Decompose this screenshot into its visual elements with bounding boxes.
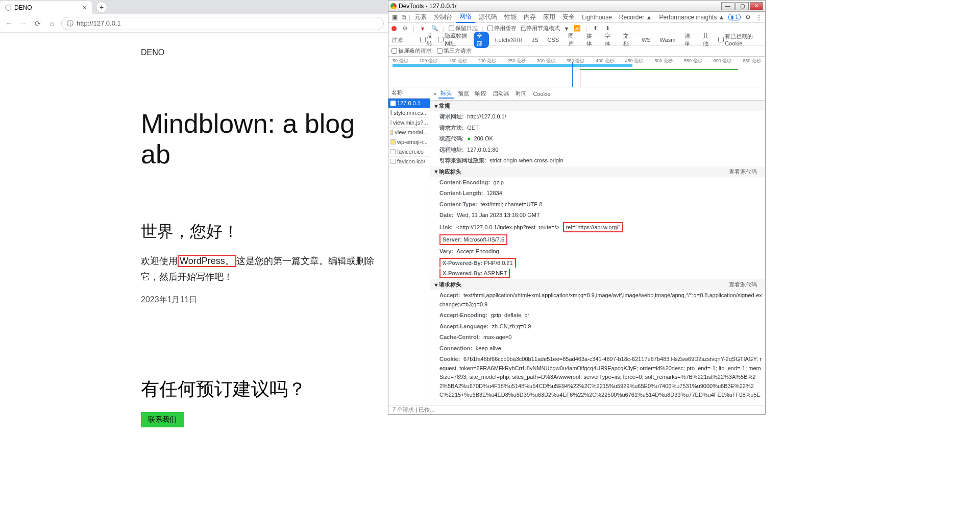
info-icon: ⓘ xyxy=(67,19,74,28)
gear-icon[interactable]: ⚙ xyxy=(744,13,752,21)
request-item[interactable]: wp-emoji-r... xyxy=(388,137,430,147)
third-party-check[interactable]: 第三方请求 xyxy=(437,47,472,55)
tab-security[interactable]: 安全 xyxy=(559,12,578,22)
js-icon xyxy=(390,130,393,135)
devtools-title: DevTools - 127.0.0.1/ xyxy=(399,3,456,10)
kv-row: Date: Wed, 11 Jan 2023 13:16:00 GMT xyxy=(430,210,765,221)
request-item[interactable]: 127.0.0.1 xyxy=(388,99,430,108)
suggestion-title: 有任何预订建议吗？ xyxy=(141,377,388,402)
request-item[interactable]: view.min.js?... xyxy=(388,118,430,128)
view-source-link[interactable]: 查看源代码 xyxy=(729,168,762,176)
browser-tab[interactable]: DENO × xyxy=(0,1,92,14)
dtab-timing[interactable]: 时间 xyxy=(513,89,529,98)
js-icon xyxy=(390,120,391,125)
type-img[interactable]: 图片 xyxy=(565,32,580,48)
blocked-req-check[interactable]: 被屏蔽的请求 xyxy=(391,47,432,55)
kv-row: Server: Microsoft-IIS/7.5 xyxy=(430,233,765,246)
filter-input[interactable] xyxy=(391,37,417,43)
type-font[interactable]: 字体 xyxy=(602,32,617,48)
post-date: 2023年1月11日 xyxy=(141,295,388,305)
request-item[interactable]: favicon.ico xyxy=(388,147,430,157)
disable-cache-check[interactable]: 停用缓存 xyxy=(487,25,517,32)
type-css[interactable]: CSS xyxy=(545,36,562,43)
type-media[interactable]: 媒体 xyxy=(583,32,599,48)
url-text: http://127.0.0.1 xyxy=(77,19,121,27)
type-doc[interactable]: 文档 xyxy=(620,32,635,48)
tab-application[interactable]: 应用 xyxy=(540,12,558,22)
tab-recorder[interactable]: Recorder ▲ xyxy=(616,13,655,22)
tab-perf-insights[interactable]: Performance insights ▲ xyxy=(656,13,727,22)
more-icon[interactable]: ⋮ xyxy=(755,13,763,21)
filter-icon[interactable]: ▼ xyxy=(419,25,427,33)
type-other[interactable]: 其他 xyxy=(700,32,715,48)
tab-console[interactable]: 控制台 xyxy=(431,12,455,22)
tab-lighthouse[interactable]: Lighthouse xyxy=(579,13,615,22)
network-timeline[interactable]: 50 毫秒 100 毫秒 150 毫秒 200 毫秒 250 毫秒 300 毫秒… xyxy=(388,57,765,87)
tab-sources[interactable]: 源代码 xyxy=(476,12,500,22)
close-detail-icon[interactable]: × xyxy=(433,91,436,97)
address-bar: ← → ⟳ ⌂ ⓘ http://127.0.0.1 xyxy=(0,14,388,33)
maximize-button[interactable]: ▢ xyxy=(736,2,749,10)
site-favicon xyxy=(5,5,11,11)
type-manifest[interactable]: 清单 xyxy=(681,32,697,48)
back-icon[interactable]: ← xyxy=(4,18,14,29)
type-ws[interactable]: WS xyxy=(639,36,654,43)
hide-data-check[interactable]: 隐藏数据网址 xyxy=(438,32,471,47)
home-icon[interactable]: ⌂ xyxy=(47,18,57,29)
dtab-cookies[interactable]: Cookie xyxy=(531,90,552,98)
tab-elements[interactable]: 元素 xyxy=(411,12,430,22)
inspect-icon[interactable]: ▣ xyxy=(390,13,399,21)
kv-row: Link: <http://127.0.0.1/index.php?rest_r… xyxy=(430,221,765,234)
kv-row: 请求网址: http://127.0.0.1/ xyxy=(430,111,765,123)
blocked-cookie-check[interactable]: 有已拦截的 Cookie xyxy=(718,33,762,46)
tab-bar: DENO × + xyxy=(0,0,388,14)
kv-row: 远程地址: 127.0.0.1:80 xyxy=(430,144,765,156)
clear-icon[interactable]: ⊘ xyxy=(401,25,409,33)
section-request-headers[interactable]: ▼ 请求标头查看源代码 xyxy=(430,279,765,290)
close-button[interactable]: ✕ xyxy=(750,2,763,10)
dtab-initiator[interactable]: 启动器 xyxy=(491,89,511,98)
type-all[interactable]: 全部 xyxy=(474,32,489,48)
close-icon[interactable]: × xyxy=(83,4,87,12)
throttle-select[interactable]: 已停用节流模式 xyxy=(521,25,560,32)
page-content: DENO Mindblown: a blog ab 世界，您好！ 欢迎使用Wor… xyxy=(0,33,388,427)
kv-row: Content-Type: text/html; charset=UTF-8 xyxy=(430,199,765,210)
dtab-response[interactable]: 响应 xyxy=(473,89,488,98)
tab-performance[interactable]: 性能 xyxy=(501,12,520,22)
preserve-log-check[interactable]: 保留日志 xyxy=(449,25,478,32)
view-source-link[interactable]: 查看源代码 xyxy=(729,281,762,288)
site-name[interactable]: DENO xyxy=(141,48,388,57)
devtools-tabs: ▣ ⧉ | 元素 控制台 网络 源代码 性能 内存 应用 安全 Lighthou… xyxy=(388,12,765,23)
kv-row: Accept: text/html,application/xhtml+xml,… xyxy=(430,290,765,310)
type-wasm[interactable]: Wasm xyxy=(657,36,679,43)
invert-check[interactable]: 反转 xyxy=(420,32,435,47)
js-icon xyxy=(390,139,396,144)
post-text: 欢迎使用WordPress。这是您的第一篇文章。编辑或删除它，然后开始写作吧！ xyxy=(141,253,388,284)
tab-memory[interactable]: 内存 xyxy=(521,12,539,22)
device-icon[interactable]: ⧉ xyxy=(400,13,408,21)
dtab-preview[interactable]: 预览 xyxy=(456,89,471,98)
dtab-headers[interactable]: 标头 xyxy=(438,89,454,99)
kv-row: 引荐来源网址政策: strict-origin-when-cross-origi… xyxy=(430,155,765,166)
section-response-headers[interactable]: ▼ 响应标头查看源代码 xyxy=(430,166,765,177)
devtools-window: DevTools - 127.0.0.1/ — ▢ ✕ ▣ ⧉ | 元素 控制台… xyxy=(388,0,766,415)
type-js[interactable]: JS xyxy=(529,36,542,43)
request-item[interactable]: view-modal... xyxy=(388,128,430,137)
section-general[interactable]: ▼ 常规 xyxy=(430,101,765,111)
search-icon[interactable]: 🔍 xyxy=(431,25,439,33)
url-input[interactable]: ⓘ http://127.0.0.1 xyxy=(61,17,384,30)
request-item[interactable]: style.min.cs... xyxy=(388,108,430,118)
blog-title: Mindblown: a blog ab xyxy=(141,108,388,170)
new-tab-button[interactable]: + xyxy=(96,2,107,13)
type-fetch[interactable]: Fetch/XHR xyxy=(492,36,526,43)
request-col-name: 名称 xyxy=(388,87,430,99)
tab-network[interactable]: 网络 xyxy=(456,11,475,23)
post-title[interactable]: 世界，您好！ xyxy=(141,221,388,243)
record-icon[interactable] xyxy=(391,26,397,31)
contact-button[interactable]: 联系我们 xyxy=(141,412,184,427)
forward-icon[interactable]: → xyxy=(18,18,29,29)
minimize-button[interactable]: — xyxy=(721,2,734,10)
request-item[interactable]: favicon.ico/ xyxy=(388,157,430,166)
reload-icon[interactable]: ⟳ xyxy=(33,18,43,29)
issues-badge[interactable]: ▮ 1 xyxy=(728,14,741,20)
